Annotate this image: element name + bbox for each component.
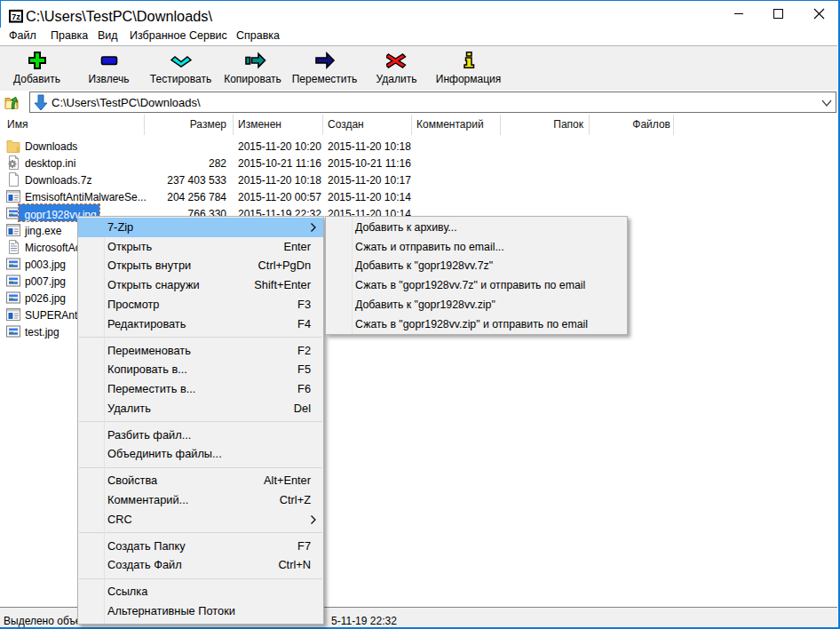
svg-text:7z: 7z [12,12,20,21]
